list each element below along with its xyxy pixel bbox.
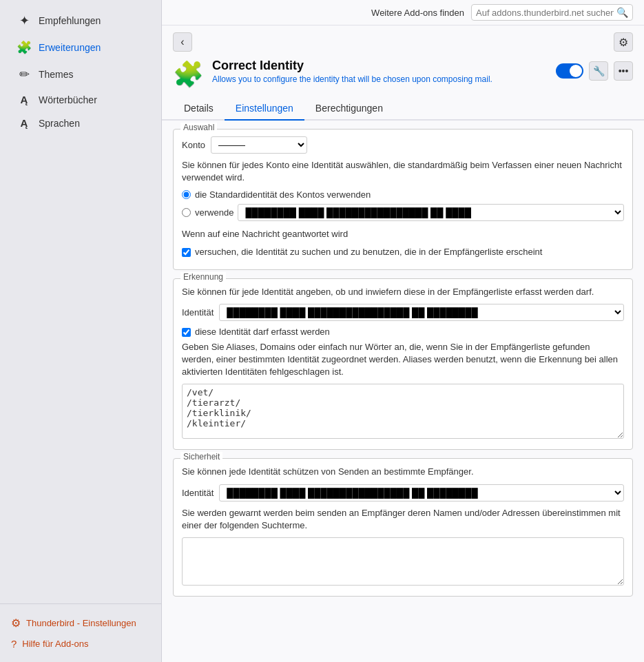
radio-verwende-prefix: verwende <box>195 207 233 218</box>
addon-info: Correct Identity Allows you to configure… <box>212 59 548 84</box>
help-icon: ? <box>11 638 17 650</box>
erkennung-description: Sie können für jede Identität angeben, o… <box>182 286 624 298</box>
sidebar-item-label: Themes <box>39 69 74 80</box>
search-icon: 🔍 <box>616 7 628 18</box>
erkennung-section: Erkennung Sie können für jede Identität … <box>173 278 633 451</box>
tab-details[interactable]: Details <box>173 97 225 121</box>
addon-settings-button[interactable]: ⚙ <box>614 32 633 52</box>
addon-title: Correct Identity <box>212 59 548 73</box>
addon-icon: 🧩 <box>173 60 204 89</box>
addon-header: 🧩 Correct Identity Allows you to configu… <box>162 59 644 97</box>
gear-icon: ⚙ <box>11 617 21 630</box>
auswahl-section: Auswahl Konto ——— Sie können für jedes K… <box>173 129 633 270</box>
sicherheit-warning: Sie werden gewarnt werden beim senden an… <box>182 507 624 532</box>
radio-verwende-row: verwende ████████ ████ ████████████████ … <box>182 204 624 221</box>
erkennung-identitaet-select[interactable]: ████████ ████ ████████████████ ██ ██████… <box>219 304 624 321</box>
main-area: Weitere Add-ons finden 🔍 ‹ ⚙ 🧩 Correct I… <box>162 0 644 662</box>
sidebar-item-sprachen[interactable]: Ą Sprachen <box>6 112 156 134</box>
sidebar-item-erweiterungen[interactable]: 🧩 Erweiterungen <box>6 34 156 61</box>
footer-settings-label: Thunderbird - Einstellungen <box>26 618 136 628</box>
verwende-select[interactable]: ████████ ████ ████████████████ ██ ████ <box>238 204 624 221</box>
thunderbird-settings-link[interactable]: ⚙ Thunderbird - Einstellungen <box>11 612 150 634</box>
sidebar-item-label: Sprachen <box>39 118 80 129</box>
checkbox-erfasst[interactable] <box>182 328 191 337</box>
tab-einstellungen[interactable]: Einstellungen <box>225 97 304 121</box>
erweiterungen-icon: 🧩 <box>17 40 32 55</box>
radio-standard-label: die Standardidentität des Kontos verwend… <box>195 189 371 200</box>
sicherheit-identitaet-row: Identität ████████ ████ ████████████████… <box>182 484 624 501</box>
woerterbuecher-icon: Ą <box>17 94 32 105</box>
themes-icon: ✏ <box>17 67 32 82</box>
checkbox-antwort-row: versuchen, die Identität zu suchen und z… <box>182 247 624 257</box>
enable-toggle[interactable] <box>556 63 583 79</box>
erkennung-identitaet-label: Identität <box>182 307 214 318</box>
konto-label: Konto <box>182 140 205 150</box>
settings-panel: Auswahl Konto ——— Sie können für jedes K… <box>162 121 644 613</box>
erkennung-identitaet-row: Identität ████████ ████ ████████████████… <box>182 304 624 321</box>
konto-row: Konto ——— <box>182 136 624 154</box>
wrench-button[interactable]: 🔧 <box>589 61 608 81</box>
addon-controls: 🔧 ••• <box>556 61 633 81</box>
auswahl-title: Auswahl <box>180 123 217 132</box>
auswahl-description: Sie können für jedes Konto eine Identitä… <box>182 159 624 184</box>
checkbox-erfasst-row: diese Identität darf erfasst werden <box>182 327 624 337</box>
topbar: Weitere Add-ons finden 🔍 <box>162 0 644 25</box>
find-addons-label: Weitere Add-ons finden <box>371 8 464 18</box>
sicherheit-identitaet-select[interactable]: ████████ ████ ████████████████ ██ ██████… <box>219 484 624 501</box>
checkbox-antwort[interactable] <box>182 248 191 257</box>
addon-description: Allows you to configure the identity tha… <box>212 74 548 84</box>
sicherheit-identitaet-label: Identität <box>182 488 214 498</box>
sidebar: ✦ Empfehlungen 🧩 Erweiterungen ✏ Themes … <box>0 0 162 662</box>
sicherheit-textarea[interactable] <box>182 537 624 586</box>
checkbox-antwort-label: versuchen, die Identität zu suchen und z… <box>195 247 542 257</box>
radio-standard-row: die Standardidentität des Kontos verwend… <box>182 189 624 200</box>
checkbox-erfasst-label: diese Identität darf erfasst werden <box>195 327 330 337</box>
search-input[interactable] <box>476 8 614 18</box>
radio-verwende[interactable] <box>182 208 191 217</box>
sidebar-item-label: Empfehlungen <box>39 15 101 26</box>
addon-tabs: Details Einstellungen Berechtigungen <box>162 97 644 121</box>
tab-berechtigungen[interactable]: Berechtigungen <box>304 97 394 121</box>
empfehlungen-icon: ✦ <box>17 13 32 28</box>
footer-help-label: Hilfe für Add-ons <box>22 639 88 649</box>
sidebar-item-themes[interactable]: ✏ Themes <box>6 61 156 87</box>
sprachen-icon: Ą <box>17 117 32 129</box>
erkennung-title: Erkennung <box>180 272 226 282</box>
sidebar-footer: ⚙ Thunderbird - Einstellungen ? Hilfe fü… <box>0 603 161 662</box>
content-area: ‹ ⚙ 🧩 Correct Identity Allows you to con… <box>162 25 644 662</box>
help-link[interactable]: ? Hilfe für Add-ons <box>11 634 150 654</box>
konto-select[interactable]: ——— <box>211 136 307 154</box>
sicherheit-title: Sicherheit <box>180 452 222 462</box>
sidebar-item-label: Erweiterungen <box>39 42 101 53</box>
sicherheit-section: Sicherheit Sie können jede Identität sch… <box>173 458 633 597</box>
search-box: 🔍 <box>471 4 633 21</box>
navigation-row: ‹ ⚙ <box>162 25 644 59</box>
more-button[interactable]: ••• <box>614 61 633 81</box>
aliases-textarea[interactable]: /vet/ /tierarzt/ /tierklinik/ /kleintier… <box>182 384 624 439</box>
sidebar-nav: ✦ Empfehlungen 🧩 Erweiterungen ✏ Themes … <box>0 0 161 603</box>
back-button[interactable]: ‹ <box>173 32 192 52</box>
sidebar-item-woerterbuecher[interactable]: Ą Wörterbücher <box>6 88 156 111</box>
antwort-label: Wenn auf eine Nachricht geantwortet wird <box>182 228 624 240</box>
aliases-hint: Geben Sie Aliases, Domains oder einfach … <box>182 341 624 379</box>
sidebar-item-empfehlungen[interactable]: ✦ Empfehlungen <box>6 8 156 34</box>
sicherheit-description: Sie können jede Identität schützen von S… <box>182 466 624 478</box>
sidebar-item-label: Wörterbücher <box>39 94 97 105</box>
radio-standard[interactable] <box>182 190 191 199</box>
